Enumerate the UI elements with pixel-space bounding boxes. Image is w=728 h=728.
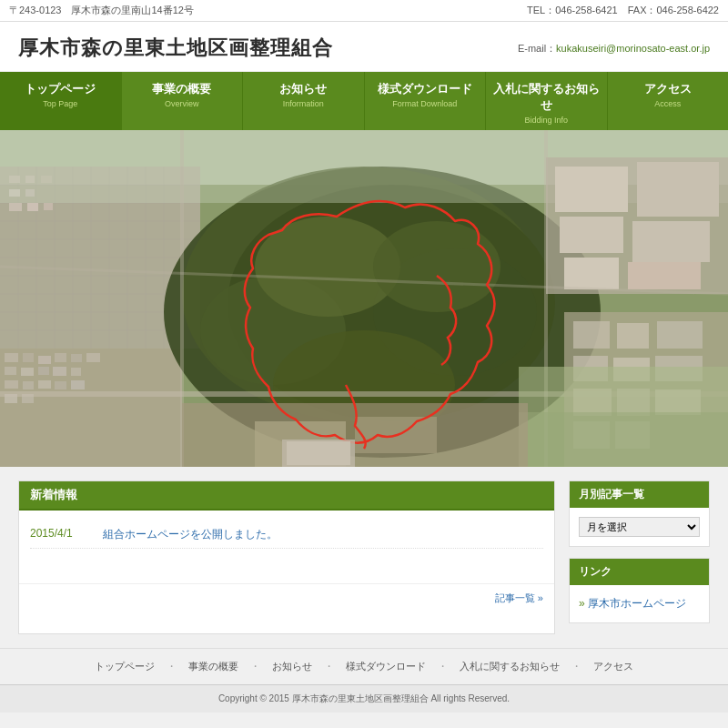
header: 厚木市森の里東土地区画整理組合 E-mail：kukakuseiri@morin… bbox=[0, 22, 728, 72]
svg-rect-33 bbox=[38, 356, 51, 364]
news-more: 記事一覧 » bbox=[19, 583, 554, 612]
address-text: 〒243-0123 厚木市森の里南山14番12号 bbox=[9, 4, 194, 17]
svg-rect-42 bbox=[5, 380, 18, 389]
site-title: 厚木市森の里東土地区画整理組合 bbox=[18, 35, 333, 62]
monthly-widget-header: 月別記事一覧 bbox=[570, 481, 709, 508]
svg-rect-46 bbox=[38, 380, 51, 389]
footer-nav-bidding[interactable]: 入札に関するお知らせ bbox=[460, 661, 560, 672]
footer-nav-info[interactable]: お知らせ bbox=[272, 661, 312, 672]
footer-nav-overview[interactable]: 事業の概要 bbox=[188, 661, 238, 672]
footer-nav: トップページ ・ 事業の概要 ・ お知らせ ・ 様式ダウンロード ・ 入札に関す… bbox=[0, 648, 728, 684]
svg-rect-35 bbox=[71, 354, 82, 362]
monthly-widget-body: 月を選択 2015年4月 bbox=[570, 508, 709, 546]
svg-rect-28 bbox=[27, 203, 38, 211]
svg-rect-47 bbox=[55, 381, 66, 389]
svg-rect-36 bbox=[86, 353, 100, 362]
nav-item-overview[interactable]: 事業の概要 Overview bbox=[122, 72, 244, 130]
svg-rect-37 bbox=[5, 367, 16, 375]
copyright: Copyright © 2015 厚木市森の里東土地区画整理組合 All rig… bbox=[0, 684, 728, 713]
svg-rect-63 bbox=[564, 258, 619, 289]
nav-item-info[interactable]: お知らせ Information bbox=[243, 72, 365, 130]
news-more-link[interactable]: 記事一覧 » bbox=[495, 592, 543, 603]
svg-rect-43 bbox=[23, 381, 34, 389]
top-bar: 〒243-0123 厚木市森の里南山14番12号 TEL：046-258-642… bbox=[0, 0, 728, 22]
links-widget-body: 厚木市ホームページ bbox=[570, 585, 709, 622]
svg-rect-40 bbox=[53, 367, 66, 376]
svg-rect-61 bbox=[560, 217, 623, 253]
news-body: 2015/4/1 組合ホームページを公開しました。 bbox=[19, 511, 554, 583]
svg-rect-32 bbox=[23, 353, 34, 362]
svg-rect-59 bbox=[555, 167, 628, 212]
month-select[interactable]: 月を選択 2015年4月 bbox=[579, 517, 700, 537]
email-link[interactable]: kukakuseiri@morinosato-east.or.jp bbox=[556, 43, 710, 54]
svg-rect-87 bbox=[287, 441, 350, 465]
svg-rect-72 bbox=[657, 321, 703, 349]
news-link[interactable]: 組合ホームページを公開しました。 bbox=[103, 527, 278, 542]
links-widget: リンク 厚木市ホームページ bbox=[569, 558, 710, 623]
footer-nav-top[interactable]: トップページ bbox=[95, 661, 155, 672]
aerial-photo bbox=[0, 130, 728, 467]
svg-rect-60 bbox=[637, 162, 719, 217]
svg-rect-31 bbox=[5, 353, 18, 362]
svg-rect-71 bbox=[617, 323, 649, 349]
svg-rect-27 bbox=[9, 203, 22, 211]
sidebar: 月別記事一覧 月を選択 2015年4月 リンク 厚木市ホームページ bbox=[569, 480, 710, 634]
svg-rect-82 bbox=[519, 412, 728, 467]
sidebar-link-atsugicity[interactable]: 厚木市ホームページ bbox=[579, 594, 700, 613]
links-widget-header: リンク bbox=[570, 559, 709, 585]
svg-rect-30 bbox=[0, 349, 182, 467]
main-nav: トップページ Top Page 事業の概要 Overview お知らせ Info… bbox=[0, 72, 728, 130]
monthly-widget: 月別記事一覧 月を選択 2015年4月 bbox=[569, 480, 710, 547]
svg-rect-34 bbox=[55, 353, 66, 362]
svg-rect-70 bbox=[573, 321, 610, 349]
nav-item-access[interactable]: アクセス Access bbox=[608, 72, 729, 130]
svg-rect-41 bbox=[71, 368, 81, 376]
footer-nav-download[interactable]: 様式ダウンロード bbox=[346, 661, 426, 672]
news-date: 2015/4/1 bbox=[30, 527, 85, 542]
nav-item-bidding[interactable]: 入札に関するお知らせ Bidding Info bbox=[486, 72, 608, 130]
content-area: 新着情報 2015/4/1 組合ホームページを公開しました。 記事一覧 » 月別… bbox=[0, 467, 728, 648]
footer-nav-access[interactable]: アクセス bbox=[593, 661, 633, 672]
nav-item-download[interactable]: 様式ダウンロード Format Download bbox=[365, 72, 487, 130]
svg-rect-38 bbox=[21, 368, 34, 376]
header-email: E-mail：kukakuseiri@morinosato-east.or.jp bbox=[518, 42, 710, 56]
news-section: 新着情報 2015/4/1 組合ホームページを公開しました。 記事一覧 » bbox=[18, 480, 555, 634]
contact-info: TEL：046-258-6421 FAX：046-258-6422 bbox=[527, 4, 719, 17]
news-item: 2015/4/1 組合ホームページを公開しました。 bbox=[30, 521, 543, 549]
svg-rect-64 bbox=[628, 262, 701, 289]
svg-rect-29 bbox=[44, 203, 53, 210]
aerial-map-svg bbox=[0, 130, 728, 467]
news-header: 新着情報 bbox=[19, 481, 554, 511]
svg-rect-39 bbox=[38, 367, 49, 375]
nav-item-top[interactable]: トップページ Top Page bbox=[0, 72, 122, 130]
svg-rect-62 bbox=[632, 221, 710, 262]
svg-rect-48 bbox=[71, 380, 85, 389]
svg-point-56 bbox=[373, 221, 500, 312]
